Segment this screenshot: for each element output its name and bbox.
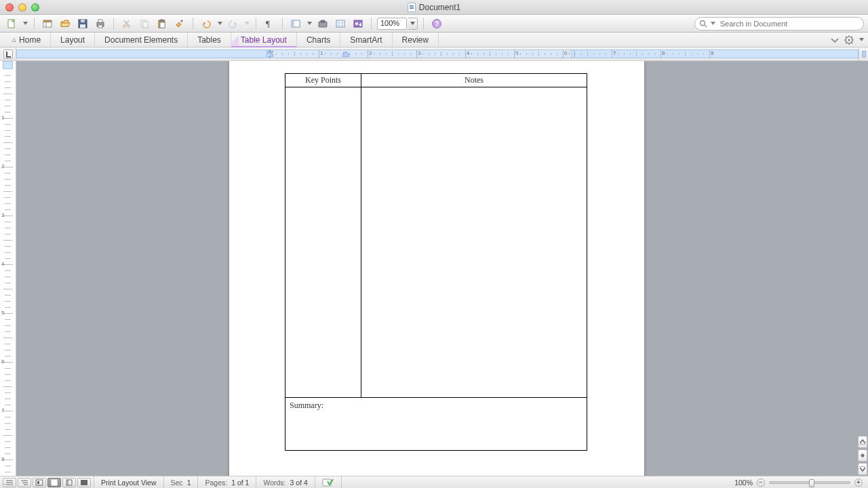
redo-dropdown[interactable] xyxy=(243,22,250,25)
zoom-in-button[interactable]: + xyxy=(854,479,863,487)
section-indicator[interactable]: Sec1 xyxy=(164,476,199,488)
ribbon-settings-dropdown[interactable] xyxy=(859,38,864,41)
svg-rect-9 xyxy=(98,25,102,28)
publishing-layout-view-button[interactable] xyxy=(33,478,46,487)
sidebar-dropdown[interactable] xyxy=(306,22,313,25)
traffic-lights xyxy=(0,3,39,12)
zoom-slider-thumb[interactable] xyxy=(809,479,814,487)
svg-line-32 xyxy=(705,25,707,27)
zoom-out-button[interactable]: − xyxy=(757,479,765,487)
focus-view-button[interactable] xyxy=(77,478,91,487)
zoom-value[interactable]: 100% xyxy=(377,18,407,30)
home-icon: ⌂ xyxy=(12,36,16,43)
show-formatting-button[interactable]: ¶ xyxy=(262,17,277,30)
outline-view-button[interactable] xyxy=(18,478,31,487)
vertical-ruler[interactable]: 123456789 xyxy=(0,61,16,476)
draft-view-button[interactable] xyxy=(3,478,16,487)
zoom-percent[interactable]: 100% xyxy=(734,479,753,487)
zoom-window-button[interactable] xyxy=(31,3,39,12)
table-cell-summary[interactable]: Summary: xyxy=(285,398,587,451)
document-canvas[interactable]: Key Points Notes Summary: xyxy=(16,61,857,476)
svg-text:?: ? xyxy=(435,20,439,28)
toolbox-button[interactable] xyxy=(315,17,330,30)
search-icon xyxy=(699,20,707,28)
tab-smartart[interactable]: SmartArt xyxy=(340,33,392,47)
tab-document-elements[interactable]: Document Elements xyxy=(95,33,188,47)
svg-rect-5 xyxy=(81,20,85,22)
svg-rect-22 xyxy=(336,20,344,27)
search-field[interactable] xyxy=(694,17,864,30)
undo-dropdown[interactable] xyxy=(216,22,223,25)
undo-button[interactable] xyxy=(199,17,214,30)
tab-charts[interactable]: Charts xyxy=(297,33,340,47)
table-cell-keypoints[interactable] xyxy=(285,87,361,398)
svg-rect-54 xyxy=(52,480,57,485)
svg-rect-6 xyxy=(80,24,85,28)
new-document-dropdown[interactable] xyxy=(22,22,28,25)
page: Key Points Notes Summary: xyxy=(229,61,644,476)
svg-point-44 xyxy=(861,454,865,458)
tab-selector[interactable] xyxy=(0,47,16,60)
document-icon xyxy=(408,3,416,12)
next-page-button[interactable] xyxy=(858,463,867,475)
gallery-button[interactable] xyxy=(333,17,348,30)
ribbon-settings-icon[interactable] xyxy=(844,35,854,45)
svg-rect-26 xyxy=(341,24,343,26)
sidebar-button[interactable] xyxy=(288,17,303,30)
zoom-dropdown[interactable] xyxy=(408,18,418,30)
minimize-window-button[interactable] xyxy=(18,3,26,12)
svg-rect-8 xyxy=(98,20,102,22)
svg-rect-21 xyxy=(321,20,325,22)
copy-button[interactable] xyxy=(137,17,152,30)
search-dropdown[interactable] xyxy=(710,22,716,25)
table-header-notes[interactable]: Notes xyxy=(361,74,587,87)
pages-indicator[interactable]: Pages:1 of 1 xyxy=(198,476,256,488)
svg-line-41 xyxy=(846,42,846,43)
format-painter-button[interactable] xyxy=(172,17,187,30)
svg-rect-16 xyxy=(160,22,165,28)
tab-table-layout[interactable]: Table Layout xyxy=(231,33,297,47)
spellcheck-button[interactable] xyxy=(315,476,342,488)
redo-button[interactable] xyxy=(226,17,241,30)
save-button[interactable] xyxy=(75,17,90,30)
zoom-slider[interactable] xyxy=(769,481,850,484)
media-browser-button[interactable] xyxy=(351,17,366,30)
open-button[interactable] xyxy=(58,17,73,30)
print-layout-view-button[interactable] xyxy=(47,478,61,487)
search-input[interactable] xyxy=(720,20,859,28)
zoom-control[interactable]: 100% xyxy=(377,18,418,30)
notebook-layout-view-button[interactable] xyxy=(62,478,76,487)
svg-line-42 xyxy=(852,37,852,37)
cut-button[interactable] xyxy=(119,17,134,30)
table-cell-notes[interactable] xyxy=(361,87,587,398)
collapse-ribbon-icon[interactable] xyxy=(831,37,839,43)
svg-rect-13 xyxy=(143,22,148,28)
ribbon-tabs: ⌂Home Layout Document Elements Tables Ta… xyxy=(0,33,868,47)
tab-layout[interactable]: Layout xyxy=(51,33,95,47)
svg-text:¶: ¶ xyxy=(266,18,270,28)
svg-rect-25 xyxy=(338,24,340,26)
print-button[interactable] xyxy=(93,17,108,30)
window-titlebar: Document1 xyxy=(0,0,868,15)
tab-label: Charts xyxy=(307,35,330,45)
new-document-button[interactable] xyxy=(4,17,19,30)
browse-object-column xyxy=(857,61,868,476)
previous-page-button[interactable] xyxy=(858,436,867,448)
words-indicator[interactable]: Words:3 of 4 xyxy=(256,476,315,488)
window-title: Document1 xyxy=(0,3,868,12)
templates-button[interactable] xyxy=(40,17,55,30)
svg-rect-2 xyxy=(43,20,52,22)
select-browse-object-button[interactable] xyxy=(858,449,867,462)
help-button[interactable]: ? xyxy=(429,17,444,30)
svg-rect-55 xyxy=(66,480,72,485)
paste-button[interactable] xyxy=(155,17,170,30)
horizontal-ruler[interactable] xyxy=(16,47,859,60)
close-window-button[interactable] xyxy=(5,3,14,12)
cornell-table[interactable]: Key Points Notes Summary: xyxy=(285,73,587,451)
table-header-keypoints[interactable]: Key Points xyxy=(285,74,361,87)
tab-review[interactable]: Review xyxy=(393,33,439,47)
svg-point-31 xyxy=(701,20,705,25)
ruler-right-cap xyxy=(859,47,868,60)
tab-tables[interactable]: Tables xyxy=(188,33,231,47)
tab-home[interactable]: ⌂Home xyxy=(3,33,51,47)
